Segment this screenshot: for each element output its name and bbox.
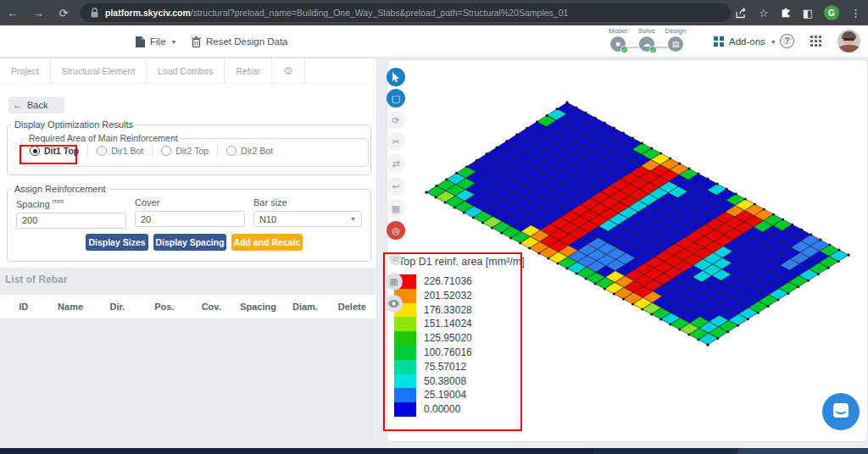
display-spacing-button[interactable]: Display Spacing <box>153 234 226 251</box>
chat-icon <box>832 403 850 420</box>
addons-label: Add-ons <box>729 36 765 47</box>
add-and-recalc-button[interactable]: Add and Recalc <box>231 234 303 251</box>
tab-rebar[interactable]: Rebar <box>225 58 272 83</box>
radio-group-title: Required Area of Main Reinforcement <box>25 133 181 143</box>
radio-icon <box>97 146 107 156</box>
workflow-step-label: Solve <box>632 27 661 36</box>
help-icon[interactable]: ? <box>780 34 794 48</box>
tab-structural-element[interactable]: Structural Element <box>51 58 147 83</box>
rotate-tool[interactable]: ⟳ <box>387 111 405 130</box>
back-icon[interactable]: ← <box>0 7 25 19</box>
highlight-box-legend <box>383 252 522 431</box>
radio-label: Dir2 Bot <box>241 146 273 156</box>
radio-label: Dir1 Bot <box>111 146 143 156</box>
rebar-column-header: ID <box>0 302 47 312</box>
rebar-column-header: Dir. <box>94 302 141 312</box>
addons-grid-icon <box>714 36 724 47</box>
select-cursor-tool[interactable] <box>387 68 405 86</box>
browser-profile-avatar[interactable]: G <box>824 5 839 20</box>
rebar-column-header: Name <box>47 302 93 312</box>
taskbar <box>0 448 868 454</box>
url-path: /structural?preload_name=Building_One_Wa… <box>191 8 569 18</box>
radio-label: Dir2 Top <box>175 146 209 156</box>
workflow-step-label: Model <box>604 27 632 36</box>
radio-icon <box>161 146 171 156</box>
barsize-select[interactable]: N10 ▼ <box>253 211 362 227</box>
reload-icon[interactable]: ⟳ <box>51 7 76 19</box>
spacing-label: Spacing mm <box>16 197 126 209</box>
chat-bubble-button[interactable] <box>822 393 860 430</box>
app-toolbar: File ▼ Reset Design Data Model ■✓ Solve … <box>0 25 868 58</box>
menu-kebab-icon[interactable]: ⋮ <box>850 7 861 19</box>
radio-icon <box>226 146 236 156</box>
barsize-value: N10 <box>259 214 276 224</box>
workflow-step-design[interactable]: Design ▤ <box>661 27 690 52</box>
check-icon: ✓ <box>620 46 628 53</box>
back-button-label: Back <box>27 100 47 110</box>
box-select-tool[interactable]: ▢ <box>387 89 405 108</box>
chevron-down-icon: ▼ <box>171 39 177 45</box>
file-menu[interactable]: File ▼ <box>136 25 176 58</box>
chevron-down-icon: ▼ <box>771 39 776 45</box>
swap-tool[interactable]: ⇄ <box>387 154 405 173</box>
extensions-puzzle-icon[interactable] <box>780 7 792 19</box>
record-target-tool[interactable]: ◎ <box>387 221 405 240</box>
rebar-column-header: Delete <box>329 302 376 312</box>
back-button[interactable]: ← Back <box>8 97 64 114</box>
radio-dir2-bot[interactable]: Dir2 Bot <box>226 146 273 156</box>
workflow-step-label: Design <box>661 27 690 36</box>
list-of-rebar-section: List of Rebar IDNameDir.Pos.Cov.SpacingD… <box>0 268 376 447</box>
browser-chrome: ← → ⟳ platform.skyciv.com/structural?pre… <box>0 0 868 25</box>
tab-load-combos[interactable]: Load Combos <box>147 58 225 83</box>
display-sizes-button[interactable]: Display Sizes <box>86 234 148 251</box>
tab-settings-gear-icon[interactable]: ⚙ <box>272 58 305 83</box>
bookmark-star-icon[interactable]: ☆ <box>759 7 769 19</box>
tab-project[interactable]: Project <box>0 58 51 83</box>
user-avatar[interactable] <box>837 30 860 53</box>
cover-input[interactable]: 20 <box>135 211 245 227</box>
cut-tool[interactable]: ✂ <box>387 132 405 151</box>
rebar-column-header: Pos. <box>141 302 187 312</box>
assign-reinforcement-section: Assign Reinforcement Spacing mm 200 Cove… <box>7 184 371 262</box>
reading-list-icon[interactable]: ◧ <box>803 7 813 19</box>
address-bar[interactable]: platform.skyciv.com/structural?preload_n… <box>81 3 731 22</box>
url-domain: platform.skyciv.com <box>105 8 191 18</box>
file-icon <box>136 36 145 47</box>
list-of-rebar-title: List of Rebar <box>0 268 376 285</box>
share-icon[interactable] <box>736 8 748 19</box>
workflow-step-model[interactable]: Model ■✓ <box>604 27 632 52</box>
trash-icon <box>192 36 201 47</box>
rebar-column-header: Spacing <box>235 302 281 312</box>
apps-grid-icon[interactable] <box>810 36 822 47</box>
workflow-step-solve[interactable]: Solve ☁✓ <box>632 27 661 52</box>
back-arrow-icon: ← <box>8 99 27 111</box>
rebar-column-header: Cov. <box>188 302 235 312</box>
design-icon: ▤ <box>668 36 683 52</box>
radio-dir2-top[interactable]: Dir2 Top <box>161 146 209 156</box>
rebar-column-header: Diam. <box>281 302 328 312</box>
forward-icon[interactable]: → <box>25 7 51 19</box>
page-background-strip <box>0 442 868 448</box>
grid-snap-tool[interactable]: ▦ <box>387 199 405 218</box>
reset-design-data-button[interactable]: Reset Design Data <box>192 25 288 58</box>
radio-dir1-bot[interactable]: Dir1 Bot <box>97 146 143 156</box>
file-menu-label: File <box>150 36 166 47</box>
cover-label: Cover <box>135 197 245 208</box>
check-icon: ✓ <box>649 46 657 53</box>
reset-design-data-label: Reset Design Data <box>206 36 288 47</box>
spacing-input[interactable]: 200 <box>16 213 126 229</box>
section-title: Assign Reinforcement <box>11 184 109 194</box>
panel-tabs: Project Structural Element Load Combos R… <box>0 58 376 84</box>
workflow-steps: Model ■✓ Solve ☁✓ Design ▤ <box>604 27 697 58</box>
highlight-box-radio <box>19 145 77 164</box>
addons-menu[interactable]: Add-ons ▼ <box>714 25 776 58</box>
model-icon: ■✓ <box>610 36 626 52</box>
undo-tool[interactable]: ↩ <box>387 177 405 196</box>
barsize-label: Bar size <box>253 197 362 208</box>
rebar-table-header: IDNameDir.Pos.Cov.SpacingDiam.Delete <box>0 295 376 318</box>
lock-icon <box>91 8 98 18</box>
section-title: Display Optimization Results <box>11 119 136 130</box>
left-panel: Project Structural Element Load Combos R… <box>0 58 377 448</box>
select-caret-icon: ▼ <box>350 216 356 222</box>
solve-icon: ☁✓ <box>639 36 654 52</box>
